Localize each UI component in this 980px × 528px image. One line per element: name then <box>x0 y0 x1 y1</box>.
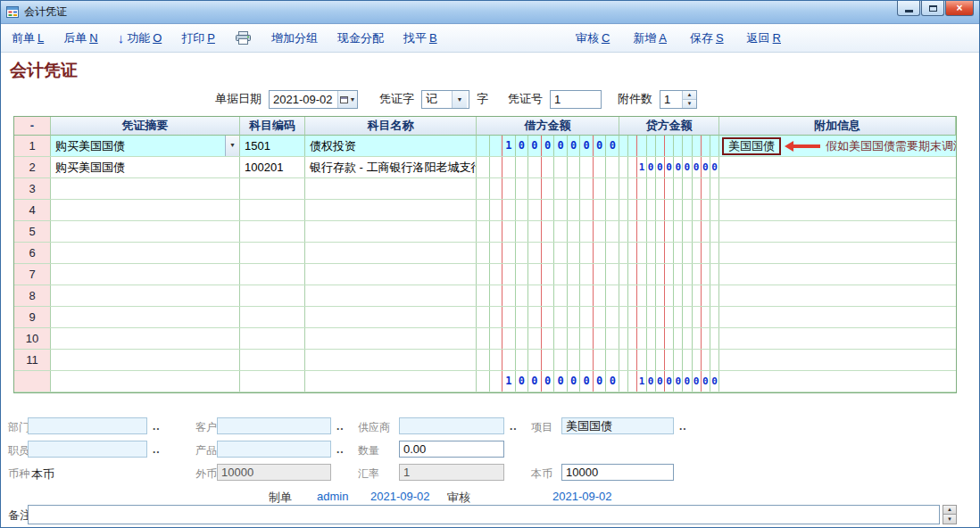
account-name-cell[interactable] <box>305 371 477 392</box>
credit-amount-cell[interactable] <box>619 307 719 327</box>
customer-browse-button[interactable]: .. <box>336 420 345 433</box>
debit-amount-cell[interactable] <box>477 178 619 199</box>
voucher-row-3[interactable]: 3 <box>14 178 956 200</box>
account-name-cell[interactable] <box>305 200 477 220</box>
product-input[interactable] <box>217 441 331 458</box>
toolbar-button-back[interactable]: 返回R <box>747 30 781 46</box>
debit-amount-cell[interactable] <box>477 200 619 220</box>
extra-info-cell[interactable] <box>719 243 956 263</box>
note-input[interactable] <box>28 505 940 524</box>
account-code-cell[interactable] <box>240 243 305 263</box>
spin-down-icon[interactable]: ▼ <box>683 99 696 108</box>
debit-amount-cell[interactable] <box>477 328 619 349</box>
summary-cell[interactable] <box>51 243 240 263</box>
extra-info-cell[interactable] <box>719 371 956 392</box>
account-name-cell[interactable] <box>305 328 477 349</box>
account-code-cell[interactable] <box>240 307 305 327</box>
voucher-number-input[interactable] <box>551 91 601 108</box>
row-number-cell[interactable]: 3 <box>14 178 51 199</box>
toolbar-button-add-new[interactable]: 新增A <box>633 30 667 46</box>
extra-info-cell[interactable] <box>719 307 956 327</box>
summary-cell[interactable] <box>51 328 240 349</box>
summary-cell[interactable]: 购买美国国债 <box>51 157 240 177</box>
project-browse-button[interactable]: .. <box>679 420 687 433</box>
supplier-input[interactable] <box>399 417 504 434</box>
debit-amount-cell[interactable] <box>477 350 619 370</box>
dept-browse-button[interactable]: .. <box>153 420 161 433</box>
summary-cell[interactable] <box>51 221 240 242</box>
toolbar-button-next-voucher[interactable]: 后单N <box>63 30 97 46</box>
summary-cell[interactable] <box>51 285 240 306</box>
extra-info-cell[interactable]: 美国国债假如美国国债需要期末调汇 <box>719 136 956 156</box>
maximize-button[interactable] <box>921 1 944 16</box>
row-number-cell[interactable]: 1 <box>14 136 51 156</box>
toolbar-button-functions[interactable]: ↓功能O <box>118 30 162 46</box>
supplier-browse-button[interactable]: .. <box>510 420 518 433</box>
credit-amount-cell[interactable]: 100000000 <box>619 371 719 392</box>
account-code-cell[interactable]: 100201 <box>240 157 305 177</box>
toolbar-button-print[interactable]: 打印P <box>181 30 215 46</box>
account-name-cell[interactable] <box>305 264 477 285</box>
account-name-cell[interactable] <box>305 285 477 306</box>
extra-info-cell[interactable] <box>719 178 956 199</box>
debit-amount-cell[interactable] <box>477 221 619 242</box>
foreign-amount-input[interactable] <box>217 464 331 481</box>
dept-input[interactable] <box>28 417 147 434</box>
debit-amount-cell[interactable] <box>477 307 619 327</box>
account-name-cell[interactable] <box>305 243 477 263</box>
extra-info-cell[interactable] <box>719 200 956 220</box>
account-name-cell[interactable] <box>305 178 477 199</box>
voucher-total-row[interactable]: 100000000100000000 <box>14 371 956 392</box>
credit-amount-cell[interactable] <box>619 221 719 242</box>
credit-amount-cell[interactable] <box>619 350 719 370</box>
toolbar-button-print-preview[interactable] <box>235 31 252 45</box>
voucher-word-input[interactable] <box>422 91 452 108</box>
extra-info-cell[interactable] <box>719 157 956 177</box>
exchange-rate-input[interactable] <box>399 464 504 481</box>
debit-amount-cell[interactable] <box>477 264 619 285</box>
voucher-row-5[interactable]: 5 <box>14 221 956 243</box>
credit-amount-cell[interactable] <box>619 243 719 263</box>
account-code-cell[interactable] <box>240 200 305 220</box>
product-browse-button[interactable]: .. <box>336 443 345 456</box>
voucher-row-10[interactable]: 10 <box>14 328 956 350</box>
voucher-row-4[interactable]: 4 <box>14 200 956 221</box>
credit-amount-cell[interactable] <box>619 200 719 220</box>
date-input[interactable] <box>270 91 337 108</box>
staff-input[interactable] <box>28 441 147 458</box>
note-spin-down-icon[interactable]: ▼ <box>943 515 957 524</box>
voucher-row-1[interactable]: 1购买美国国债▼1501债权投资100000000美国国债假如美国国债需要期末调… <box>14 136 956 157</box>
summary-cell[interactable] <box>51 178 240 199</box>
account-code-cell[interactable] <box>240 178 305 199</box>
toolbar-button-add-group[interactable]: 增加分组 <box>271 30 318 46</box>
toolbar-button-audit[interactable]: 审核C <box>576 30 610 46</box>
row-number-cell[interactable]: 11 <box>14 350 51 370</box>
account-name-cell[interactable] <box>305 350 477 370</box>
account-code-cell[interactable] <box>240 264 305 285</box>
account-name-cell[interactable] <box>305 221 477 242</box>
account-name-cell[interactable] <box>305 307 477 327</box>
account-code-cell[interactable] <box>240 221 305 242</box>
toolbar-button-save[interactable]: 保存S <box>690 30 724 46</box>
toolbar-button-prev-voucher[interactable]: 前单L <box>12 30 44 46</box>
staff-browse-button[interactable]: .. <box>153 443 161 456</box>
summary-cell[interactable] <box>51 307 240 327</box>
credit-amount-cell[interactable] <box>619 178 719 199</box>
toolbar-button-balance[interactable]: 找平B <box>403 30 437 46</box>
row-number-cell[interactable]: 10 <box>14 328 51 349</box>
credit-amount-cell[interactable] <box>619 285 719 306</box>
row-number-cell[interactable]: 6 <box>14 243 51 263</box>
row-number-cell[interactable]: 5 <box>14 221 51 242</box>
row-number-cell[interactable]: 2 <box>14 157 51 177</box>
extra-info-cell[interactable] <box>719 264 956 285</box>
voucher-row-7[interactable]: 7 <box>14 264 956 285</box>
debit-amount-cell[interactable] <box>477 285 619 306</box>
debit-amount-cell[interactable] <box>477 243 619 263</box>
extra-info-cell[interactable] <box>719 221 956 242</box>
account-name-cell[interactable]: 债权投资 <box>305 136 477 156</box>
note-spin-up-icon[interactable]: ▲ <box>943 505 957 515</box>
summary-dropdown-icon[interactable]: ▼ <box>225 136 239 156</box>
toolbar-button-cash-allocation[interactable]: 现金分配 <box>337 30 384 46</box>
debit-amount-cell[interactable] <box>477 157 619 177</box>
account-code-cell[interactable] <box>240 371 305 392</box>
